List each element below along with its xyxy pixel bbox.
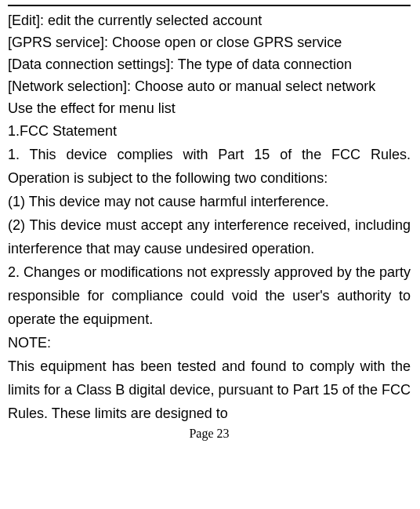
menu-gprs-line: [GPRS service]: Choose open or close GPR…	[8, 31, 411, 53]
menu-network-sel-line: [Network selection]: Choose auto or manu…	[8, 75, 411, 97]
page-number: Page 23	[8, 427, 411, 441]
menu-edit-line: [Edit]: edit the currently selected acco…	[8, 9, 411, 31]
use-effect-line: Use the effect for menu list	[8, 97, 411, 119]
fcc-note-label: NOTE:	[8, 331, 411, 354]
fcc-paragraph-1: 1. This device complies with Part 15 of …	[8, 143, 411, 190]
fcc-heading: 1.FCC Statement	[8, 119, 411, 143]
horizontal-rule	[8, 5, 411, 6]
document-page: [Edit]: edit the currently selected acco…	[0, 0, 420, 441]
fcc-paragraph-4: 2. Changes or modifications not expressl…	[8, 260, 411, 331]
fcc-paragraph-5: This equipment has been tested and found…	[8, 354, 411, 425]
menu-data-conn-line: [Data connection settings]: The type of …	[8, 53, 411, 75]
fcc-paragraph-3: (2) This device must accept any interfer…	[8, 213, 411, 260]
fcc-paragraph-2: (1) This device may not cause harmful in…	[8, 190, 411, 213]
